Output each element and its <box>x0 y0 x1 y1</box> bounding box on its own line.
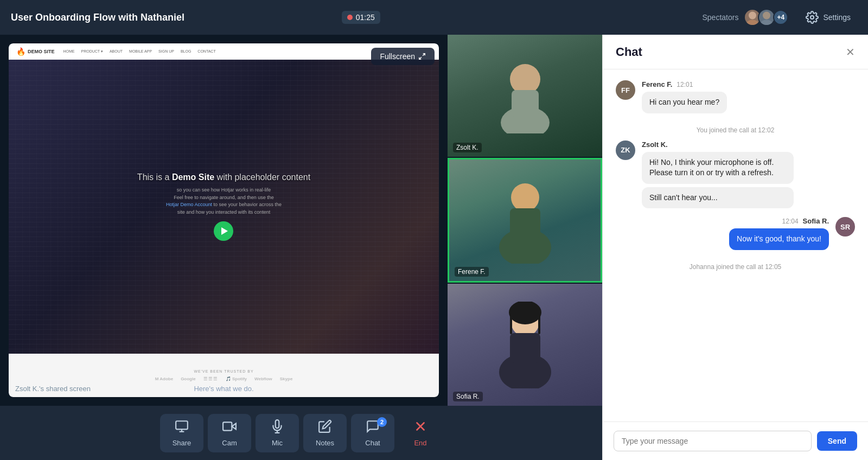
demo-site-name: DEMO SITE <box>28 49 55 54</box>
share-button[interactable]: Share <box>160 414 203 452</box>
chat-label: Chat <box>365 439 380 447</box>
mic-button[interactable]: Mic <box>256 414 299 452</box>
spectators-label: Spectators <box>702 13 738 22</box>
logo-google: Google <box>181 376 196 381</box>
demo-site-nav: HOME PRODUCT ▾ ABOUT MOBILE APP SIGN UP … <box>63 49 216 54</box>
svg-rect-17 <box>510 312 512 334</box>
participant-label-sofia: Sofia R. <box>453 392 483 401</box>
message-time-3: 12:04 <box>782 218 799 225</box>
shared-screen: 🔥 DEMO SITE HOME PRODUCT ▾ ABOUT MOBILE … <box>0 35 448 406</box>
spectator-avatars: +4 <box>744 9 788 26</box>
toolbar: Share Cam Mic <box>0 406 602 460</box>
message-sender-3: Sofia R. <box>803 217 829 225</box>
demo-site-logo: 🔥 DEMO SITE <box>16 47 55 56</box>
message-bubble-2a: Hi! No, I think your microphone is off. … <box>642 152 794 184</box>
message-content-3: Sofia R. 12:04 Now it's good, thank you! <box>729 217 829 250</box>
message-group-3: SR Sofia R. 12:04 Now it's good, thank y… <box>616 217 855 250</box>
share-icon <box>175 419 189 436</box>
video-tile-ferene: Ferene F. <box>448 158 602 283</box>
hero-subtitle: so you can see how Hotjar works in real-… <box>137 187 310 216</box>
svg-rect-22 <box>223 422 232 430</box>
notes-button[interactable]: Notes <box>303 414 347 452</box>
recording-time: 01:25 <box>356 13 375 22</box>
cam-button[interactable]: Cam <box>208 414 251 452</box>
settings-button[interactable]: Settings <box>799 8 857 27</box>
svg-rect-12 <box>510 208 540 238</box>
chat-close-button[interactable]: ✕ <box>846 47 855 58</box>
recording-dot <box>347 15 353 20</box>
hero-text: This is a Demo Site with placeholder con… <box>137 173 310 241</box>
share-label: Share <box>173 439 192 447</box>
system-message-2: Johanna joined the call at 12:05 <box>616 263 855 271</box>
logo-adobe: M Adobe <box>155 376 173 381</box>
main-content: 🔥 DEMO SITE HOME PRODUCT ▾ ABOUT MOBILE … <box>0 35 868 460</box>
chat-input[interactable] <box>614 431 812 451</box>
chat-title: Chat <box>616 45 846 59</box>
svg-point-10 <box>511 183 539 212</box>
monitor-icon <box>175 419 189 433</box>
system-message-1: You joined the call at 12:02 <box>616 126 855 134</box>
message-content-2: Zsolt K. Hi! No, I think your microphone… <box>642 140 794 209</box>
svg-point-4 <box>810 16 814 19</box>
screen-hero: This is a Demo Site with placeholder con… <box>9 60 439 354</box>
message-header-2: Zsolt K. <box>642 140 794 149</box>
svg-rect-19 <box>176 421 188 429</box>
participant-video-sofia <box>448 284 602 406</box>
logo-netflix: ☰☰☰ <box>203 376 218 381</box>
recording-badge: 01:25 <box>342 11 380 24</box>
video-column: Zsolt K. Ferene F. <box>448 35 602 406</box>
chat-panel: Chat ✕ FF Ferenc F. 12:01 Hi can you hea… <box>602 35 868 460</box>
edit-icon <box>318 419 332 433</box>
message-header-1: Ferenc F. 12:01 <box>642 80 727 88</box>
fullscreen-button[interactable]: Fullscreen <box>371 48 435 65</box>
video-tile-zsolt: Zsolt K. <box>448 35 602 157</box>
chat-button[interactable]: 2 Chat <box>351 414 394 452</box>
settings-label: Settings <box>823 13 851 22</box>
chat-header: Chat ✕ <box>603 35 868 69</box>
svg-point-16 <box>509 302 541 324</box>
video-area: 🔥 DEMO SITE HOME PRODUCT ▾ ABOUT MOBILE … <box>0 35 602 406</box>
mic-label: Mic <box>272 439 283 447</box>
person-silhouette-ferene <box>498 177 552 264</box>
end-label: End <box>414 439 426 447</box>
participant-label-zsolt: Zsolt K. <box>453 143 482 152</box>
chat-input-area: Send <box>603 421 868 460</box>
svg-point-0 <box>749 12 756 20</box>
left-panel: 🔥 DEMO SITE HOME PRODUCT ▾ ABOUT MOBILE … <box>0 35 602 460</box>
message-sender-1: Ferenc F. <box>642 80 672 88</box>
send-button[interactable]: Send <box>817 431 857 451</box>
svg-point-3 <box>761 20 773 26</box>
end-icon <box>413 419 427 436</box>
cam-label: Cam <box>222 439 237 447</box>
gear-icon <box>806 11 819 24</box>
person-silhouette-zsolt <box>498 58 552 133</box>
header: User Onboarding Flow with Nathaniel 01:2… <box>0 0 868 35</box>
camera-icon <box>222 419 237 436</box>
message-sender-2: Zsolt K. <box>642 140 668 149</box>
message-bubble-2b: Still can't hear you... <box>642 187 794 209</box>
svg-rect-18 <box>538 312 540 334</box>
svg-rect-9 <box>512 90 539 117</box>
mic-icon <box>270 419 284 436</box>
message-time-1: 12:01 <box>676 81 693 88</box>
end-button[interactable]: End <box>399 414 442 452</box>
svg-point-2 <box>763 12 770 20</box>
message-avatar-1: FF <box>616 80 635 100</box>
message-avatar-2: ZK <box>616 140 635 160</box>
screen-mockup: 🔥 DEMO SITE HOME PRODUCT ▾ ABOUT MOBILE … <box>9 43 439 397</box>
svg-rect-15 <box>510 333 540 363</box>
participant-label-ferene: Ferene F. <box>455 267 489 277</box>
participant-video-ferene <box>449 159 601 282</box>
fullscreen-icon <box>418 53 426 60</box>
spectators-section: Spectators +4 <box>702 9 788 26</box>
play-button[interactable] <box>214 221 233 241</box>
message-group-2: ZK Zsolt K. Hi! No, I think your microph… <box>616 140 855 209</box>
logo-webflow: Webflow <box>254 376 272 381</box>
spectator-count: +4 <box>773 10 788 25</box>
message-bubble-3: Now it's good, thank you! <box>729 228 829 250</box>
participant-video-zsolt <box>448 35 602 157</box>
chat-messages: FF Ferenc F. 12:01 Hi can you hear me? Y… <box>603 69 868 421</box>
svg-marker-21 <box>232 423 236 429</box>
notes-icon <box>318 419 332 436</box>
microphone-icon <box>270 419 284 433</box>
